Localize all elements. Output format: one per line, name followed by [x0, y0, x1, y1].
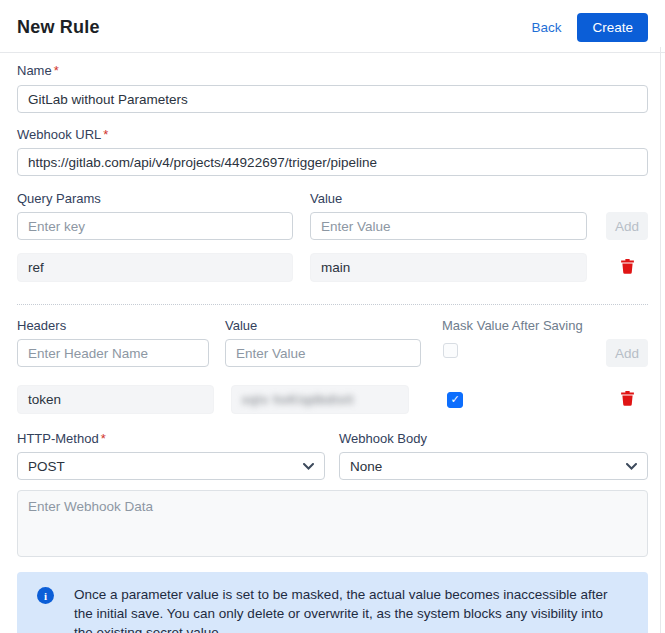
info-icon: i [37, 587, 54, 604]
create-button[interactable]: Create [577, 13, 648, 42]
new-rule-form: New Rule Back Create Name* Webhook URL* … [0, 0, 665, 633]
headers-label: Headers [17, 318, 209, 333]
info-banner: i Once a parameter value is set to be ma… [17, 572, 648, 633]
header-add-button[interactable]: Add [606, 339, 648, 367]
header-row: token xqtv hxKtqdbdtxlt ✓ [17, 385, 648, 414]
query-key-input[interactable] [17, 212, 293, 240]
header-masked-value: xqtv hxKtqdbdtxlt [231, 385, 409, 414]
mask-value-checkbox[interactable] [443, 343, 458, 358]
query-param-value-value: main [310, 253, 587, 282]
masked-token-text: xqtv hxKtqdbdtxlt [242, 393, 354, 407]
trash-icon [619, 257, 636, 275]
chevron-down-icon [626, 463, 637, 470]
webhook-url-label: Webhook URL* [17, 127, 648, 142]
http-method-label: HTTP-Method* [17, 431, 325, 446]
query-param-row: ref main [17, 253, 648, 282]
header-key-value: token [17, 385, 214, 414]
scrollbar[interactable] [660, 47, 661, 633]
page-title: New Rule [17, 17, 100, 38]
mask-value-checkbox-checked[interactable]: ✓ [447, 392, 463, 408]
section-divider [17, 304, 648, 305]
name-label-text: Name [17, 63, 52, 78]
query-value-input[interactable] [310, 212, 587, 240]
required-asterisk: * [101, 431, 106, 446]
query-params-label: Query Params [17, 191, 293, 206]
header-divider [0, 52, 665, 53]
http-method-value: POST [28, 459, 65, 474]
header-delete[interactable] [606, 389, 648, 411]
webhook-data-textarea[interactable] [17, 490, 648, 557]
query-param-key-value: ref [17, 253, 293, 282]
mask-value-label: Mask Value After Saving [442, 318, 583, 333]
http-method-label-text: HTTP-Method [17, 431, 99, 446]
webhook-body-value: None [350, 459, 382, 474]
required-asterisk: * [54, 63, 59, 78]
query-add-button[interactable]: Add [606, 212, 648, 240]
trash-icon [619, 389, 636, 407]
name-input[interactable] [17, 85, 648, 113]
webhook-body-label: Webhook Body [339, 431, 427, 446]
required-asterisk: * [103, 127, 108, 142]
name-label: Name* [17, 63, 648, 78]
header-name-input[interactable] [17, 339, 209, 367]
http-method-select[interactable]: POST [17, 452, 325, 480]
chevron-down-icon [303, 463, 314, 470]
header-actions: Back Create [531, 13, 648, 42]
info-banner-text: Once a parameter value is set to be mask… [74, 585, 618, 633]
webhook-url-label-text: Webhook URL [17, 127, 101, 142]
header-value-input[interactable] [225, 339, 421, 367]
webhook-body-select[interactable]: None [339, 452, 648, 480]
webhook-url-input[interactable] [17, 148, 648, 176]
query-value-label: Value [310, 191, 342, 206]
header: New Rule Back Create [17, 0, 648, 52]
query-param-delete[interactable] [606, 257, 648, 279]
back-link[interactable]: Back [531, 20, 561, 35]
headers-value-label: Value [225, 318, 421, 333]
